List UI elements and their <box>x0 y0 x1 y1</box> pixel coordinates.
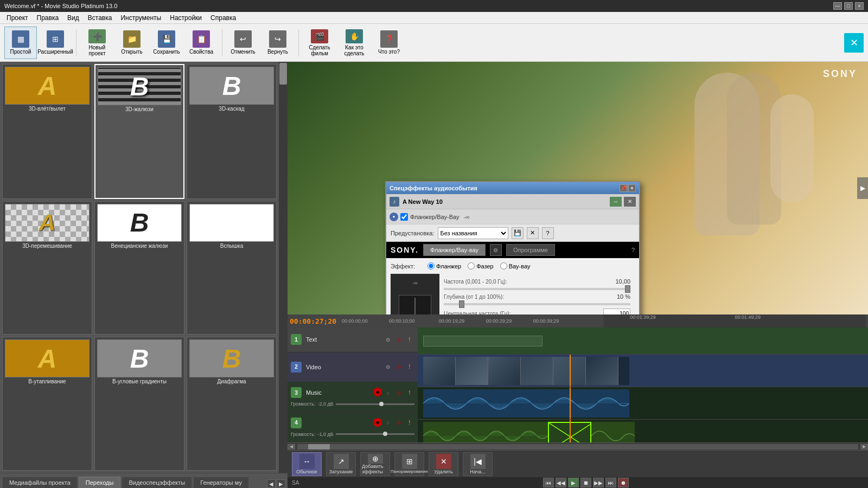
transport-play[interactable]: ▶ <box>568 478 579 487</box>
tab-video-fx[interactable]: Видеоспецэффекты <box>122 477 192 488</box>
advanced-mode-btn[interactable]: ⊞ Расширенный <box>39 27 72 59</box>
how-to-btn[interactable]: ✋ Как это сделать <box>338 27 371 59</box>
scroll-left-btn[interactable]: ◀ <box>288 444 295 450</box>
effect-iris[interactable]: B Диафрагма <box>187 337 277 471</box>
effect-sink[interactable]: A В-утапливание <box>2 337 92 471</box>
effects-scrollbar[interactable] <box>279 62 288 473</box>
text-clip[interactable] <box>423 336 542 346</box>
track-solo-2[interactable]: ⊘ <box>394 362 404 372</box>
transport-to-start[interactable]: ⏮ <box>543 478 554 487</box>
effect-3d-cascade[interactable]: B 3D-каскад <box>187 64 277 199</box>
make-film-btn[interactable]: 🎬 Сделать фильм <box>303 27 336 59</box>
preset-help-btn[interactable]: ? <box>542 227 554 239</box>
audio-wave-3[interactable] <box>423 389 629 418</box>
effect-3d-blinds[interactable]: B 3D-жалюзи <box>94 64 184 199</box>
preset-select[interactable]: Без названия <box>438 227 508 239</box>
transport-to-end[interactable]: ⏭ <box>605 478 616 487</box>
depth-slider[interactable] <box>444 303 630 305</box>
new-project-btn[interactable]: ➕ Новый проект <box>81 27 113 59</box>
radio-phaser[interactable]: Фазер <box>468 262 494 269</box>
tool-fade[interactable]: ↗ Затухание <box>326 452 356 476</box>
menu-edit[interactable]: Правка <box>33 13 63 23</box>
tool-pan-crop[interactable]: ⊞ Панорамирование <box>394 452 424 476</box>
track-mute-2[interactable]: ⊖ <box>383 362 393 372</box>
tab-generators[interactable]: Генераторы му <box>193 477 249 488</box>
track-mute-1[interactable]: ⊖ <box>383 335 393 344</box>
scroll-track[interactable] <box>297 444 858 450</box>
effect-venetian[interactable]: B Венецианские жалюзи <box>94 201 184 335</box>
dialog-tab-flanger[interactable]: Фланжер/Вау-вау <box>423 244 486 256</box>
center-freq-input[interactable] <box>603 309 630 314</box>
track-vol-4[interactable]: ♪ <box>383 418 393 428</box>
audio-wave-4a[interactable] <box>423 422 548 442</box>
redo-btn[interactable]: ↪ Вернуть <box>261 27 294 59</box>
preset-save-btn[interactable]: 💾 <box>512 227 524 239</box>
effect-corner[interactable]: B В-угловые градиенты <box>94 337 184 471</box>
menu-tools[interactable]: Инструменты <box>116 13 165 23</box>
menu-project[interactable]: Проект <box>2 13 33 23</box>
radio-flanger[interactable]: Фланжер <box>427 262 461 269</box>
vol-handle-4[interactable] <box>383 432 387 436</box>
simple-mode-btn[interactable]: ▦ Простой <box>4 27 37 59</box>
tool-start[interactable]: |◀ Нача... <box>463 452 493 476</box>
tab-scroll-left[interactable]: ◀ <box>267 479 276 488</box>
video-strip[interactable] <box>423 357 629 385</box>
properties-btn[interactable]: 📋 Свойства <box>185 27 218 59</box>
tool-add-effects[interactable]: ⊕ Добавить эффекты <box>360 452 390 476</box>
vol-slider-4[interactable] <box>336 433 414 435</box>
fx-checkbox[interactable] <box>400 213 408 221</box>
freq-thumb[interactable] <box>625 285 630 293</box>
track-warn-3[interactable]: ! <box>405 388 414 397</box>
track-rec-4[interactable]: ● <box>373 418 382 427</box>
tab-scroll-right[interactable]: ▶ <box>277 479 285 488</box>
depth-thumb[interactable] <box>459 300 464 308</box>
transport-stop[interactable]: ⏹ <box>580 478 591 487</box>
what-btn[interactable]: ❓ Что это? <box>373 27 405 59</box>
scroll-thumb[interactable] <box>308 444 330 450</box>
minimize-btn[interactable]: — <box>833 2 842 10</box>
dialog-help-btn[interactable]: ? <box>631 247 635 253</box>
dialog-close-x[interactable]: ✕ <box>624 197 636 207</box>
undo-btn[interactable]: ↩ Отменить <box>227 27 259 59</box>
track-warn-2[interactable]: ! <box>405 362 414 372</box>
save-btn[interactable]: 💾 Сохранить <box>150 27 183 59</box>
audio-wave-4b[interactable] <box>591 422 635 442</box>
close-btn[interactable]: × <box>855 2 864 10</box>
track-solo-3[interactable]: ⊘ <box>394 388 404 397</box>
track-solo-4[interactable]: ⊘ <box>394 418 404 428</box>
track-solo-1[interactable]: ⊘ <box>394 335 404 344</box>
dialog-pin-btn[interactable]: 📌 <box>620 184 627 192</box>
effect-flash[interactable]: Вспышка <box>187 201 277 335</box>
track-rec-3[interactable]: ● <box>373 388 382 396</box>
preset-clear-btn[interactable]: ✕ <box>527 227 539 239</box>
preview-scroll-right[interactable]: ▶ <box>857 177 868 199</box>
scroll-right-btn[interactable]: ▶ <box>860 444 868 450</box>
tool-delete[interactable]: ✕ Удалить <box>429 452 458 476</box>
track-warn-4[interactable]: ! <box>405 418 414 428</box>
dialog-plugin-btn[interactable]: ⚙ <box>490 244 502 256</box>
track-warn-1[interactable]: ! <box>405 335 414 344</box>
transport-next[interactable]: ▶▶ <box>593 478 604 487</box>
dialog-nav-prev[interactable]: ↔ <box>610 197 622 207</box>
tool-normal[interactable]: ↔ Обычное <box>292 452 322 476</box>
menu-insert[interactable]: Вставка <box>84 13 117 23</box>
tab-media[interactable]: Медиафайлы проекта <box>2 477 78 488</box>
open-btn[interactable]: 📁 Открыть <box>116 27 148 59</box>
freq-slider[interactable] <box>444 288 630 290</box>
radio-wah[interactable]: Вау-вау <box>500 262 531 269</box>
transport-record[interactable]: ⏺ <box>618 478 629 487</box>
track-vol-3[interactable]: ♪ <box>383 388 393 397</box>
tab-transitions[interactable]: Переходы <box>79 477 121 488</box>
menu-view[interactable]: Вид <box>63 13 84 23</box>
effect-3d-shuffle[interactable]: A 3D-перемешивание <box>2 201 92 335</box>
vol-handle-3[interactable] <box>379 402 384 406</box>
dialog-close-btn[interactable]: × <box>628 184 636 192</box>
vol-slider-3[interactable] <box>336 403 414 405</box>
top-right-btn[interactable]: ✕ <box>844 33 864 53</box>
transport-prev[interactable]: ◀◀ <box>556 478 566 487</box>
effect-3d-fly[interactable]: A 3D-влёт/вылет <box>2 64 92 199</box>
maximize-btn[interactable]: □ <box>844 2 853 10</box>
menu-help[interactable]: Справка <box>206 13 240 23</box>
dialog-tab-about[interactable]: Опрограмме <box>506 244 555 256</box>
menu-settings[interactable]: Настройки <box>165 13 206 23</box>
